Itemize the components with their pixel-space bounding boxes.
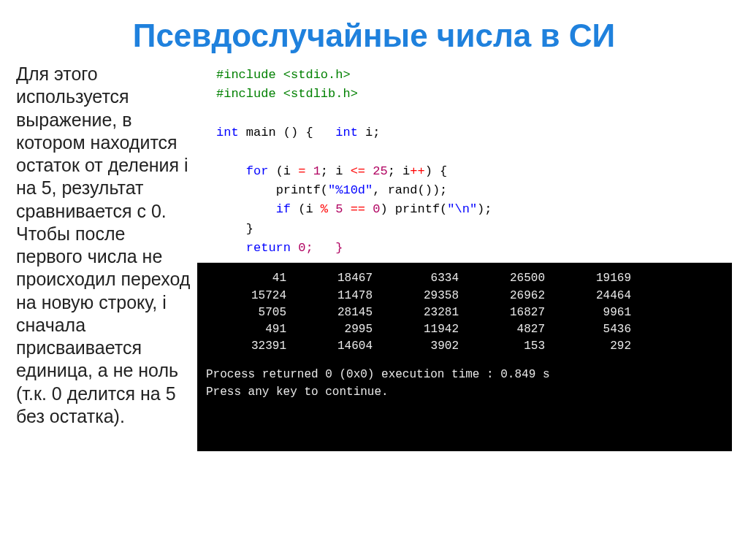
console-cell: 15724: [206, 288, 292, 304]
preproc-include-2: #include <stdlib.h>: [216, 87, 358, 101]
fn-main: main: [246, 126, 276, 139]
printf-call-1: printf("%10d", rand());: [276, 183, 448, 197]
for-body: (i = 1; i <= 25; i++) {: [276, 164, 448, 178]
console-table: 4118467633426500191691572411478293582696…: [206, 270, 723, 355]
console-cell: 491: [206, 321, 292, 338]
console-cell: 29358: [378, 288, 465, 304]
console-cell: 28145: [292, 304, 378, 321]
brace-open: {: [305, 126, 313, 139]
console-cell: 26500: [465, 270, 551, 287]
preproc-include-1: #include <stdio.h>: [216, 68, 351, 82]
console-cell: 18467: [292, 270, 378, 287]
console-row: 57052814523281168279961: [206, 304, 723, 321]
console-cell: 14604: [292, 338, 378, 355]
decl-i: i;: [365, 126, 380, 139]
console-row: 49129951194248275436: [206, 321, 723, 338]
console-cell: 2995: [292, 321, 378, 338]
if-body: (i % 5 == 0) printf("\n");: [291, 202, 492, 216]
console-cell: 26962: [465, 288, 551, 304]
kw-int: int: [216, 126, 239, 139]
console-cell: 6334: [378, 270, 465, 287]
kw-return: return: [246, 241, 291, 255]
console-cell: 19169: [551, 270, 637, 287]
content-body: Для этого используется выражение, в кото…: [0, 63, 748, 451]
kw-if: if: [276, 202, 291, 216]
console-cell: 24464: [551, 288, 637, 304]
close-brace-1: }: [216, 222, 253, 236]
console-cell: 23281: [378, 304, 465, 321]
console-cell: 11942: [378, 321, 465, 338]
console-output: 4118467633426500191691572411478293582696…: [197, 263, 732, 451]
slide: Псевдослучайные числа в СИ Для этого исп…: [0, 0, 748, 560]
console-cell: 9961: [551, 304, 637, 321]
console-cell: 3902: [378, 338, 465, 355]
console-row: 32391146043902153292: [206, 338, 723, 355]
console-cell: 11478: [292, 288, 378, 304]
console-row: 1572411478293582696224464: [206, 288, 723, 304]
console-cell: 153: [465, 338, 551, 355]
right-column: #include <stdio.h> #include <stdlib.h> i…: [191, 63, 732, 451]
page-title: Псевдослучайные числа в СИ: [0, 0, 748, 63]
code-editor: #include <stdio.h> #include <stdlib.h> i…: [197, 63, 732, 263]
console-cell: 5705: [206, 304, 292, 321]
console-row: 411846763342650019169: [206, 270, 723, 287]
explanation-paragraph: Для этого используется выражение, в кото…: [16, 63, 191, 451]
paren-open: (: [283, 126, 291, 139]
console-cell: 5436: [551, 321, 637, 338]
kw-int-2: int: [335, 126, 358, 139]
console-cell: 41: [206, 270, 292, 287]
console-cell: 32391: [206, 338, 292, 355]
console-cell: 4827: [465, 321, 551, 338]
console-cell: 292: [551, 338, 637, 355]
return-rest: 0; }: [291, 241, 343, 255]
paren-close: ): [291, 126, 298, 139]
kw-for: for: [246, 164, 269, 178]
console-cell: 16827: [465, 304, 551, 321]
console-status-1: Process returned 0 (0x0) execution time …: [206, 367, 723, 383]
console-status-2: Press any key to continue.: [206, 384, 723, 401]
